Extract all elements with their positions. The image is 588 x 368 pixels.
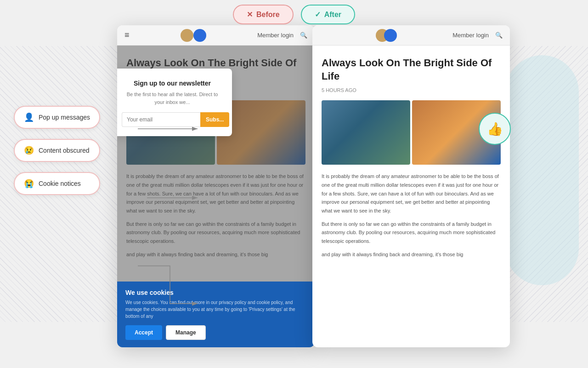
search-icon[interactable]: 🔍 <box>300 32 307 39</box>
after-search-icon[interactable]: 🔍 <box>495 32 503 39</box>
label-cookie-notices: 😭 Cookie notices <box>14 172 100 195</box>
labels-area: 👤 Pop up messages 😢 Content obscured 😭 C… <box>14 106 100 195</box>
toggle-bar: ✕ Before ✓ After <box>233 5 355 24</box>
after-label: After <box>324 11 341 19</box>
thumbs-up-circle: 👍 <box>479 113 511 145</box>
after-check-icon: ✓ <box>315 10 321 19</box>
after-article-para2: But there is only so far we can go withi… <box>322 220 501 246</box>
label-content-obscured: 😢 Content obscured <box>14 139 100 162</box>
email-input[interactable] <box>122 112 200 127</box>
label-popup-messages: 👤 Pop up messages <box>14 106 100 129</box>
popup-emoji: 👤 <box>24 112 34 122</box>
browser-after: Member login 🔍 Always Look On The Bright… <box>312 25 510 347</box>
logo-circle-brown <box>181 29 193 42</box>
browser-header-right: Member login 🔍 <box>257 32 307 39</box>
after-article-images <box>322 100 501 165</box>
obscured-emoji: 😢 <box>24 145 34 155</box>
after-member-login-link[interactable]: Member login <box>452 32 489 39</box>
article-title-after: Always Look On The Bright Side Of Life <box>322 57 501 83</box>
article-meta-after: 5 HOURS AGO <box>322 87 501 93</box>
browser-before: ≡ Member login 🔍 Always Look On The Brig… <box>117 25 315 347</box>
subscribe-button[interactable]: Subs... <box>200 112 229 127</box>
before-label: Before <box>256 11 280 19</box>
hamburger-icon[interactable]: ≡ <box>124 30 130 40</box>
logo-circle-blue <box>193 29 206 42</box>
accent-shape-right <box>505 55 579 285</box>
before-button[interactable]: ✕ Before <box>233 5 294 24</box>
cookie-label-text: Cookie notices <box>39 180 81 187</box>
cookie-text: We use cookies. You can find out more in… <box>125 299 306 320</box>
after-header-right: Member login 🔍 <box>452 32 503 39</box>
browser-before-header: ≡ Member login 🔍 <box>117 25 315 46</box>
cookie-accept-button[interactable]: Accept <box>125 325 162 340</box>
after-article-time: 5 HOURS AGO <box>322 87 356 93</box>
newsletter-desc: Be the first to hear all the latest. Dir… <box>122 91 223 106</box>
cookie-banner: We use cookies We use cookies. You can f… <box>117 282 315 347</box>
after-logo-circle-blue <box>384 29 397 42</box>
newsletter-title: Sign up to our newsletter <box>122 80 223 87</box>
member-login-link[interactable]: Member login <box>257 32 294 39</box>
cookie-emoji: 😭 <box>24 178 34 189</box>
browser-after-content: Always Look On The Bright Side Of Life 5… <box>312 46 510 347</box>
after-button[interactable]: ✓ After <box>301 5 355 24</box>
article-text-after: It is probably the dream of any amateur … <box>322 172 501 259</box>
newsletter-popup: Sign up to our newsletter Be the first t… <box>117 69 232 136</box>
obscured-label-text: Content obscured <box>39 147 90 154</box>
cookie-buttons: Accept Manage <box>125 325 306 340</box>
before-x-icon: ✕ <box>247 10 253 19</box>
thumbs-up-emoji: 👍 <box>487 121 503 137</box>
popup-label-text: Pop up messages <box>39 114 90 121</box>
cookie-manage-button[interactable]: Manage <box>166 325 206 340</box>
after-article-para3: and play with it always finding back and… <box>322 250 501 259</box>
newsletter-input-row: Subs... <box>122 112 223 127</box>
browser-after-header: Member login 🔍 <box>312 25 510 46</box>
after-article-image-left <box>322 100 410 165</box>
after-article-para1: It is probably the dream of any amateur … <box>322 172 501 215</box>
cookie-title: We use cookies <box>125 289 306 296</box>
